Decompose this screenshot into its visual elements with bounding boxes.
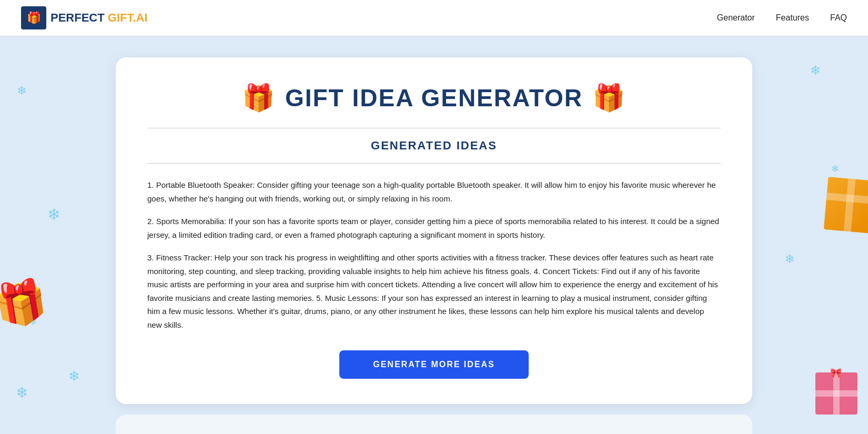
logo-text: PERFECT GIFT.AI (51, 11, 148, 25)
main-card: 🎁 GIFT IDEA GENERATOR 🎁 GENERATED IDEAS … (116, 57, 752, 404)
card-title: 🎁 GIFT IDEA GENERATOR 🎁 (147, 83, 721, 113)
navbar: 🎁 PERFECT GIFT.AI Generator Features FAQ (0, 0, 868, 36)
card-header: 🎁 GIFT IDEA GENERATOR 🎁 (147, 83, 721, 113)
logo-icon: 🎁 (21, 6, 46, 29)
section-divider (147, 163, 721, 164)
bottom-card-hint (116, 415, 752, 434)
idea-item-3: 3. Fitness Tracker: Help your son track … (147, 251, 721, 331)
generate-more-button[interactable]: GENERATE MORE IDEAS (339, 350, 529, 379)
nav-link-faq[interactable]: FAQ (830, 13, 847, 22)
nav-links: Generator Features FAQ (717, 13, 847, 23)
gift-emoji-right: 🎁 (592, 83, 626, 113)
main-content: 🎁 GIFT IDEA GENERATOR 🎁 GENERATED IDEAS … (0, 36, 868, 434)
idea-item-2: 2. Sports Memorabilia: If your son has a… (147, 215, 721, 241)
logo: 🎁 PERFECT GIFT.AI (21, 6, 148, 29)
section-title: GENERATED IDEAS (147, 139, 721, 153)
page-title: GIFT IDEA GENERATOR (285, 84, 583, 112)
logo-gift-ai: GIFT.AI (108, 11, 148, 24)
nav-link-features[interactable]: Features (776, 13, 809, 22)
idea-item-1: 1. Portable Bluetooth Speaker: Consider … (147, 178, 721, 205)
ideas-content: 1. Portable Bluetooth Speaker: Consider … (147, 178, 721, 331)
nav-link-generator[interactable]: Generator (717, 13, 755, 22)
gift-emoji-left: 🎁 (242, 83, 276, 113)
title-divider (147, 128, 721, 128)
